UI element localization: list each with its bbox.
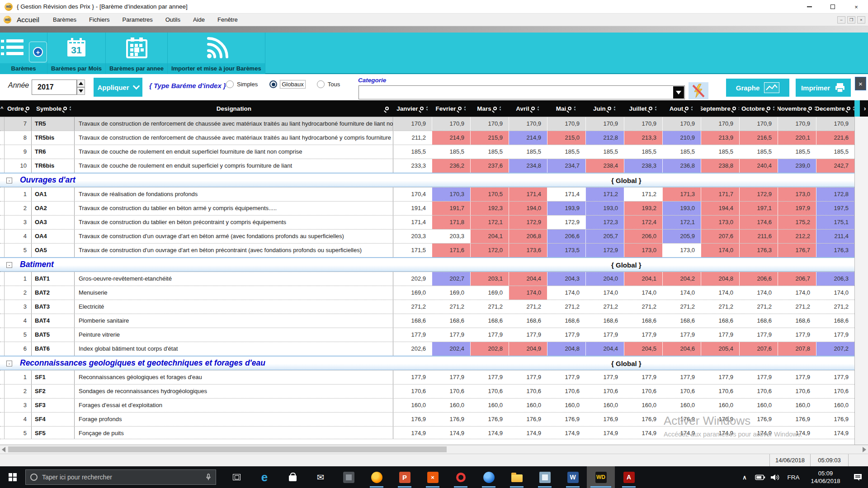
header-month-novembre[interactable]: Novembre bbox=[778, 100, 816, 117]
cell-month-value[interactable]: 271,2 bbox=[547, 300, 585, 314]
cell-month-value[interactable]: 170,9 bbox=[739, 117, 778, 131]
cell-month-value[interactable]: 176,9 bbox=[662, 413, 701, 426]
cell-month-value[interactable]: 215,0 bbox=[547, 131, 585, 145]
header-month-mars[interactable]: Mars bbox=[470, 100, 509, 117]
cell-month-value[interactable]: 170,6 bbox=[432, 385, 470, 398]
cell-month-value[interactable]: 160,0 bbox=[739, 399, 778, 412]
cell-month-value[interactable]: 176,7 bbox=[778, 244, 816, 257]
cell-designation[interactable]: Electricité bbox=[75, 300, 393, 314]
cell-month-value[interactable]: 170,6 bbox=[393, 385, 432, 398]
taskbar-clock[interactable]: 05:09 14/06/2018 bbox=[804, 466, 847, 488]
cell-designation[interactable]: Travaux de construction de renforcement … bbox=[75, 131, 393, 145]
cell-symbole[interactable]: SF5 bbox=[32, 427, 75, 440]
cell-month-value[interactable]: 191,4 bbox=[393, 202, 432, 215]
cell-month-value[interactable]: 160,0 bbox=[701, 399, 739, 412]
cell-month-value[interactable]: 213,3 bbox=[624, 131, 662, 145]
cell-month-value[interactable]: 172,9 bbox=[739, 188, 778, 201]
cell-symbole[interactable]: SF3 bbox=[32, 399, 75, 412]
cell-month-value[interactable]: 177,9 bbox=[393, 328, 432, 342]
cell-month-value[interactable]: 160,0 bbox=[778, 399, 816, 412]
table-row-bat1[interactable]: 1BAT1Gros-oeuvre-revêtement-etanchéité20… bbox=[0, 272, 868, 286]
cell-month-value[interactable]: 174,9 bbox=[662, 427, 701, 440]
cell-month-value[interactable]: 211,2 bbox=[393, 131, 432, 145]
cell-month-value[interactable]: 170,6 bbox=[624, 385, 662, 398]
spinner-down-button[interactable] bbox=[77, 87, 85, 95]
cell-month-value[interactable]: 185,5 bbox=[662, 145, 701, 159]
cell-designation[interactable]: Plomberie sanitaire bbox=[75, 314, 393, 328]
cell-month-value[interactable]: 168,6 bbox=[662, 314, 701, 328]
cell-month-value[interactable]: 168,6 bbox=[393, 314, 432, 328]
cell-month-value[interactable]: 213,9 bbox=[701, 131, 739, 145]
cell-month-value[interactable]: 160,0 bbox=[470, 399, 509, 412]
store-icon[interactable] bbox=[278, 466, 307, 488]
search-magnifier-icon[interactable] bbox=[808, 107, 812, 110]
cell-month-value[interactable]: 185,5 bbox=[547, 145, 585, 159]
categorie-combobox[interactable] bbox=[359, 85, 685, 99]
cell-symbole[interactable]: BAT5 bbox=[32, 328, 75, 342]
scrollbar-thumb[interactable] bbox=[8, 446, 447, 452]
cell-month-value[interactable]: 271,2 bbox=[739, 300, 778, 314]
cell-month-value[interactable]: 271,2 bbox=[816, 300, 854, 314]
cell-ordre[interactable]: 3 bbox=[5, 399, 32, 412]
volume-icon[interactable] bbox=[768, 466, 783, 488]
maximize-button[interactable] bbox=[821, 0, 844, 14]
header-month-octobre[interactable]: Octobre bbox=[739, 100, 778, 117]
cell-month-value[interactable]: 271,2 bbox=[393, 300, 432, 314]
search-magnifier-icon[interactable] bbox=[685, 107, 689, 110]
cell-ordre[interactable]: 5 bbox=[5, 244, 32, 257]
scroll-right-button[interactable]: › bbox=[862, 105, 868, 112]
cell-month-value[interactable]: 160,0 bbox=[509, 399, 547, 412]
cell-designation[interactable]: Forage profonds bbox=[75, 413, 393, 426]
cell-month-value[interactable]: 170,6 bbox=[739, 385, 778, 398]
search-magnifier-icon[interactable] bbox=[385, 107, 389, 110]
cell-month-value[interactable]: 202,7 bbox=[432, 272, 470, 286]
cell-month-value[interactable]: 177,9 bbox=[624, 328, 662, 342]
cell-month-value[interactable]: 168,6 bbox=[624, 314, 662, 328]
cell-month-value[interactable]: 203,3 bbox=[432, 230, 470, 243]
cell-month-value[interactable]: 172,1 bbox=[470, 216, 509, 229]
cell-month-value[interactable]: 185,5 bbox=[393, 145, 432, 159]
cell-month-value[interactable]: 197,5 bbox=[816, 202, 854, 215]
cell-symbole[interactable]: OA4 bbox=[32, 230, 75, 243]
table-row-bat3[interactable]: 3BAT3Electricité271,2271,2271,2271,2271,… bbox=[0, 300, 868, 314]
cell-month-value[interactable]: 271,2 bbox=[701, 300, 739, 314]
cell-month-value[interactable]: 170,9 bbox=[470, 117, 509, 131]
table-row-sf1[interactable]: 1SF1Reconnaissances géologiques et forag… bbox=[0, 370, 868, 384]
cell-month-value[interactable]: 220,1 bbox=[778, 131, 816, 145]
cell-month-value[interactable]: 177,9 bbox=[739, 371, 778, 384]
cell-month-value[interactable]: 203,3 bbox=[393, 230, 432, 243]
cell-ordre[interactable]: 8 bbox=[5, 131, 32, 145]
cell-month-value[interactable]: 176,9 bbox=[509, 413, 547, 426]
cell-symbole[interactable]: SF1 bbox=[32, 371, 75, 384]
section-row-reconnaissances-geologiques-et-geotechniques-et-forages-d-eau[interactable]: -Reconnaissances geologiques et geotechn… bbox=[0, 356, 868, 370]
header-month-avril[interactable]: Avril bbox=[509, 100, 547, 117]
cell-month-value[interactable]: 172,4 bbox=[624, 216, 662, 229]
cell-month-value[interactable]: 174,9 bbox=[547, 427, 585, 440]
cell-symbole[interactable]: TR6 bbox=[32, 145, 75, 159]
header-month-janvier[interactable]: Janvier bbox=[393, 100, 432, 117]
cell-symbole[interactable]: TR5bis bbox=[32, 131, 75, 145]
cell-month-value[interactable]: 173,0 bbox=[701, 216, 739, 229]
cell-symbole[interactable]: SF4 bbox=[32, 413, 75, 426]
table-row-sf3[interactable]: 3SF3Forages d'essai et d'exploitation160… bbox=[0, 398, 868, 412]
header-month-septembre[interactable]: Septembre bbox=[701, 100, 739, 117]
header-month-mai[interactable]: Mai bbox=[547, 100, 585, 117]
cell-month-value[interactable]: 174,0 bbox=[701, 244, 739, 257]
cell-month-value[interactable]: 168,6 bbox=[701, 314, 739, 328]
cell-month-value[interactable]: 169,0 bbox=[470, 286, 509, 300]
cell-ordre[interactable]: 2 bbox=[5, 286, 32, 300]
search-magnifier-icon[interactable] bbox=[608, 107, 611, 110]
cell-month-value[interactable]: 168,6 bbox=[509, 314, 547, 328]
cell-month-value[interactable]: 170,9 bbox=[624, 117, 662, 131]
cell-month-value[interactable]: 206,7 bbox=[778, 272, 816, 286]
cell-month-value[interactable]: 176,9 bbox=[393, 413, 432, 426]
scroll-left-arrow-icon[interactable] bbox=[2, 447, 5, 452]
header-gutter-scroll-up[interactable]: ^ bbox=[0, 100, 5, 117]
cell-month-value[interactable]: 204,0 bbox=[585, 272, 624, 286]
cell-month-value[interactable]: 173,6 bbox=[509, 244, 547, 257]
table-row-oa1[interactable]: 1OA1Travaux de réalisation de fondations… bbox=[0, 187, 868, 201]
cell-month-value[interactable]: 160,0 bbox=[547, 399, 585, 412]
header-month-juin[interactable]: Juin bbox=[585, 100, 624, 117]
cell-month-value[interactable]: 242,7 bbox=[816, 159, 854, 173]
cell-month-value[interactable]: 172,3 bbox=[585, 216, 624, 229]
